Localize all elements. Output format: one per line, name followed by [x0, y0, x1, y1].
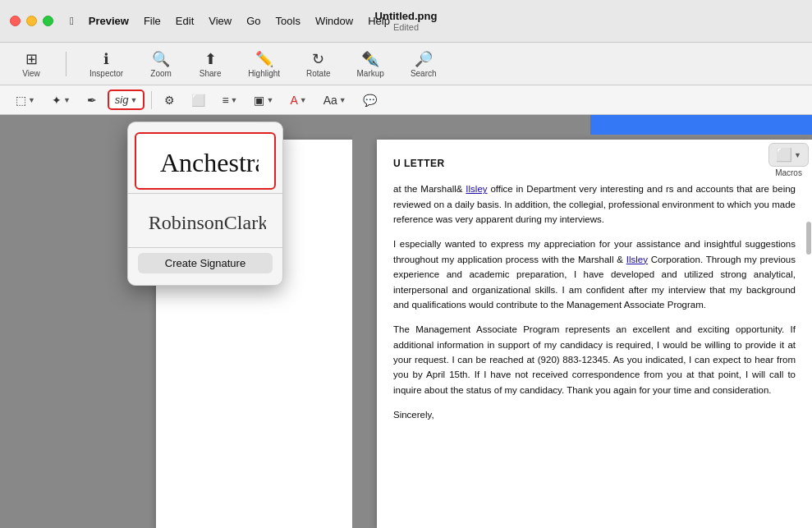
- menu-file[interactable]: File: [137, 11, 167, 30]
- canvas-area: Anchestra RobinsonClark Create Signature: [0, 115, 352, 528]
- font-button[interactable]: Aa ▼: [318, 91, 352, 109]
- doc-header: U LETTER: [393, 156, 796, 172]
- title-bar:  Preview File Edit View Go Tools Window…: [0, 0, 812, 43]
- filename-label: Untitled.png: [375, 10, 438, 22]
- highlight-icon: ✏️: [255, 50, 273, 68]
- align-button[interactable]: ≡ ▼: [216, 91, 243, 109]
- minimize-button[interactable]: [26, 16, 37, 26]
- pencil-icon: ✒: [87, 94, 97, 107]
- svg-text:RobinsonClark: RobinsonClark: [149, 212, 266, 233]
- border-icon: ▣: [254, 94, 264, 107]
- zoom-button[interactable]: 🔍 Zoom: [143, 47, 179, 81]
- macros-icon: ⬜: [776, 147, 792, 163]
- view-icon: ⊞: [25, 50, 38, 68]
- rect-select-button[interactable]: ⬚ ▼: [10, 91, 41, 109]
- traffic-lights: [10, 16, 53, 26]
- lasso-button[interactable]: ✦ ▼: [46, 91, 76, 109]
- markup-icon: ✒️: [361, 50, 379, 68]
- rotate-button[interactable]: ↻ Rotate: [300, 47, 337, 81]
- edited-status: Edited: [375, 22, 438, 32]
- signature-divider-2: [128, 247, 282, 248]
- doc-para-2: I especially wanted to express my apprec…: [393, 236, 796, 312]
- screen-icon: ⬜: [191, 94, 205, 107]
- ilsley-link-1[interactable]: Ilsley: [466, 184, 487, 194]
- apple-menu[interactable]: : [63, 11, 80, 30]
- menu-edit[interactable]: Edit: [169, 11, 200, 30]
- rect-select-icon: ⬚: [16, 94, 26, 107]
- lasso-icon: ✦: [52, 94, 62, 107]
- menu-view[interactable]: View: [202, 11, 238, 30]
- menu-tools[interactable]: Tools: [269, 11, 307, 30]
- share-icon: ⬆: [204, 50, 217, 68]
- macros-chevron: ▼: [794, 151, 801, 159]
- ilsley-link-2[interactable]: Ilsley: [626, 255, 648, 264]
- macros-label: Macros: [775, 168, 802, 177]
- scrollbar-thumb[interactable]: [806, 222, 811, 255]
- menu-preview[interactable]: Preview: [82, 11, 135, 30]
- window-title: Untitled.png Edited: [375, 10, 438, 32]
- speech-button[interactable]: 💬: [357, 91, 383, 109]
- signature-icon: sig: [115, 94, 129, 106]
- color-button[interactable]: A ▼: [284, 91, 312, 109]
- signature-item-2[interactable]: RobinsonClark: [135, 197, 276, 244]
- document-paper: ⬜ ▼ Macros U LETTER at the Marshall& Ils…: [377, 140, 812, 528]
- markup-toolbar: ⬚ ▼ ✦ ▼ ✒ sig ▼ ⚙ ⬜ ≡ ▼ ▣ ▼ A ▼ Aa ▼ 💬: [0, 85, 812, 115]
- signature-1-svg: Anchestra: [152, 140, 259, 181]
- border-button[interactable]: ▣ ▼: [248, 91, 279, 109]
- search-icon: 🔎: [415, 50, 433, 68]
- main-content: Anchestra RobinsonClark Create Signature…: [0, 115, 812, 528]
- doc-para-1: at the Marshall& Ilsley office in Depart…: [393, 181, 796, 227]
- inspector-icon: ℹ: [103, 50, 109, 68]
- signature-button[interactable]: sig ▼: [108, 90, 145, 110]
- document-area: ⬜ ▼ Macros U LETTER at the Marshall& Ils…: [352, 115, 812, 528]
- inspector-button[interactable]: ℹ Inspector: [83, 47, 130, 81]
- toolbar2-divider1: [151, 91, 152, 109]
- macros-panel: ⬜ ▼ Macros: [768, 143, 809, 177]
- rotate-icon: ↻: [312, 50, 324, 68]
- screen-button[interactable]: ⬜: [186, 91, 211, 109]
- align-icon: ≡: [222, 94, 228, 107]
- menu-window[interactable]: Window: [309, 11, 360, 30]
- color-icon: A: [290, 94, 297, 107]
- search-button[interactable]: 🔎 Search: [404, 47, 443, 81]
- create-signature-button[interactable]: Create Signature: [138, 253, 273, 273]
- adjust-icon: ⚙: [164, 94, 175, 107]
- zoom-icon: 🔍: [152, 50, 170, 68]
- document-content: U LETTER at the Marshall& Ilsley office …: [377, 140, 812, 449]
- macros-button[interactable]: ⬜ ▼: [768, 143, 809, 167]
- menu-go[interactable]: Go: [240, 11, 267, 30]
- close-button[interactable]: [10, 16, 21, 26]
- zoom-button[interactable]: [43, 16, 53, 26]
- doc-closing: Sincerely,: [393, 407, 796, 422]
- svg-text:Anchestra: Anchestra: [160, 148, 259, 177]
- markup-button[interactable]: ✒️ Markup: [351, 47, 391, 81]
- signature-divider: [128, 193, 282, 194]
- speech-icon: 💬: [363, 94, 377, 107]
- font-icon: Aa: [323, 94, 337, 107]
- adjust-button[interactable]: ⚙: [158, 91, 181, 109]
- signature-dropdown: Anchestra RobinsonClark Create Signature: [127, 122, 283, 286]
- blue-bar: [590, 115, 812, 135]
- signature-item-1[interactable]: Anchestra: [135, 132, 276, 190]
- view-button[interactable]: ⊞ View: [13, 47, 49, 81]
- menu-bar:  Preview File Edit View Go Tools Window…: [63, 11, 397, 30]
- doc-para-3: The Management Associate Program represe…: [393, 322, 796, 397]
- highlight-button[interactable]: ✏️ Highlight: [241, 47, 287, 81]
- pencil-button[interactable]: ✒: [81, 91, 103, 109]
- share-button[interactable]: ⬆ Share: [192, 47, 228, 81]
- toolbar-divider: [66, 52, 67, 76]
- main-toolbar: ⊞ View ℹ Inspector 🔍 Zoom ⬆ Share ✏️ Hig…: [0, 43, 812, 85]
- signature-2-svg: RobinsonClark: [145, 202, 266, 239]
